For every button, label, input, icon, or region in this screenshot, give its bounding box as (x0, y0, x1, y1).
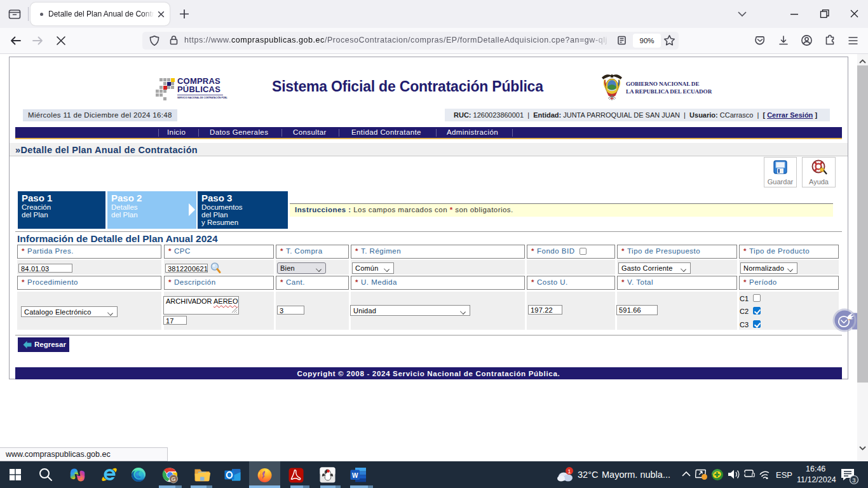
svg-text:LA REPUBLICA DEL ECUADOR: LA REPUBLICA DEL ECUADOR (626, 88, 712, 95)
svg-text:W: W (352, 472, 358, 479)
svg-text:3: 3 (852, 477, 855, 484)
svg-text:1: 1 (567, 468, 571, 475)
svg-text:PÚBLICAS: PÚBLICAS (177, 85, 220, 94)
svg-text:SERVICIO NACIONAL DE CONTRATAC: SERVICIO NACIONAL DE CONTRATACIÓN PÚBLIC… (177, 96, 227, 99)
svg-text:GOBIERNO NACIONAL DE: GOBIERNO NACIONAL DE (626, 81, 699, 87)
svg-text:G: G (171, 476, 175, 482)
